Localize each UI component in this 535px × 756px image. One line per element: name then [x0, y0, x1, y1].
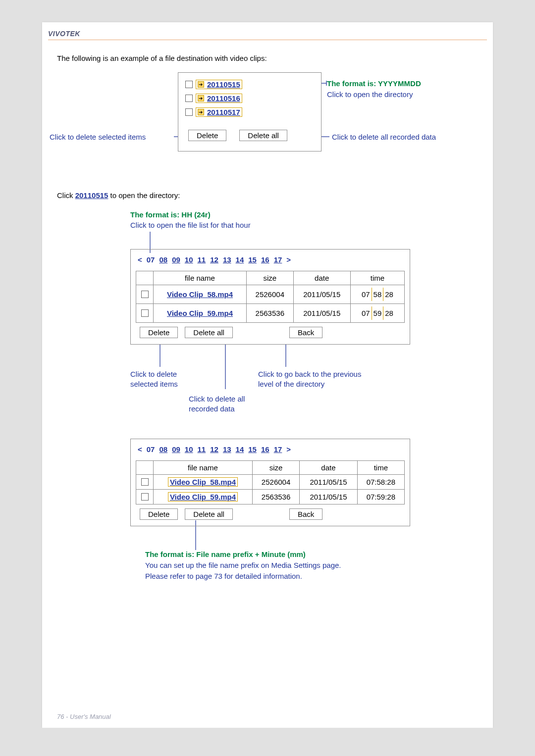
hour-link[interactable]: 17: [274, 445, 282, 454]
hour-link[interactable]: 09: [172, 445, 180, 454]
th-date: date: [293, 271, 350, 285]
dir-link[interactable]: 20110515: [207, 80, 240, 89]
checkbox[interactable]: [185, 81, 193, 88]
cell-time: 07 59 28: [350, 304, 404, 323]
text: Click: [57, 191, 75, 200]
cell-date: 2011/05/15: [293, 304, 350, 323]
hour-link[interactable]: 08: [159, 445, 167, 454]
delete-all-button[interactable]: Delete all: [185, 327, 233, 338]
fn-line1: You can set up the file name prefix on M…: [145, 561, 341, 569]
cell-size: 2526004: [247, 285, 293, 304]
cell-size: 2526004: [252, 475, 299, 490]
text: Click to go back to the previous: [258, 370, 361, 378]
cell-time: 07 58 28: [350, 285, 404, 304]
th-time: time: [350, 271, 404, 285]
checkbox[interactable]: [185, 108, 193, 116]
checkbox[interactable]: [141, 493, 149, 501]
hour-link[interactable]: 10: [185, 255, 193, 264]
directory-layout: 20110515 20110516 20110517: [57, 72, 478, 171]
table-header: file name size date time: [136, 461, 405, 475]
hour-link[interactable]: 13: [223, 445, 231, 454]
table-header: file name size date time: [136, 271, 405, 285]
file-link[interactable]: Video Clip_59.mp4: [170, 493, 236, 501]
next-hour[interactable]: >: [286, 445, 291, 454]
format-highlight: 20110517: [196, 107, 242, 117]
dir-row-3: 20110517: [185, 107, 314, 117]
time-hh: 07: [360, 306, 372, 320]
header-rule: [48, 40, 487, 40]
note-delete-all: Click to delete all recorded data: [189, 394, 245, 414]
hour-link[interactable]: 15: [248, 255, 257, 264]
time-mm-highlight: 58: [372, 288, 384, 301]
hour-link[interactable]: 17: [274, 255, 282, 264]
hour-link[interactable]: 11: [198, 255, 206, 264]
dir-row-1: 20110515: [185, 80, 314, 89]
dir-link[interactable]: 20110517: [207, 108, 240, 116]
page: VIVOTEK The following is an example of a…: [42, 22, 493, 728]
open-folder-icon[interactable]: [198, 81, 204, 88]
hours-nav: < 07 08 09 10 11 12 13 14 15 16 17 >: [136, 255, 405, 264]
hour-link[interactable]: 12: [210, 445, 218, 454]
open-folder-icon[interactable]: [198, 109, 204, 115]
hour-link[interactable]: 14: [236, 445, 244, 454]
directory-panel: 20110515 20110516 20110517: [178, 72, 321, 151]
hour-link[interactable]: 10: [185, 445, 193, 454]
file-link[interactable]: Video Clip_58.mp4: [170, 478, 236, 486]
cell-date: 2011/05/15: [300, 490, 357, 504]
hour-link[interactable]: 14: [236, 255, 244, 264]
click-open-line: Click 20110515 to open the directory:: [57, 191, 478, 200]
checkbox[interactable]: [141, 478, 149, 486]
checkbox[interactable]: [141, 291, 149, 298]
text: level of the directory: [258, 380, 324, 388]
hour-link[interactable]: 15: [248, 445, 257, 454]
hour-link[interactable]: 13: [223, 255, 231, 264]
hour-link[interactable]: 12: [210, 255, 218, 264]
file-table: file name size date time Video Clip_58.m…: [136, 460, 405, 504]
time-hh: 07: [360, 288, 372, 301]
file-table-panel-2: < 07 08 09 10 11 12 13 14 15 16 17 >: [130, 439, 410, 526]
delete-all-button[interactable]: Delete all: [239, 130, 287, 141]
th-size: size: [252, 461, 299, 475]
label-format-yyyymmdd: The format is: YYYYMMDD Click to open th…: [327, 78, 421, 100]
next-hour[interactable]: >: [286, 255, 291, 264]
cell-size: 2563536: [252, 490, 299, 504]
delete-button[interactable]: Delete: [188, 130, 226, 141]
cell-date: 2011/05/15: [300, 475, 357, 490]
cell-size: 2563536: [247, 304, 293, 323]
file-link[interactable]: Video Clip_58.mp4: [167, 290, 233, 299]
content: The following is an example of a file de…: [42, 54, 493, 581]
delete-button[interactable]: Delete: [140, 508, 178, 520]
format-sub: Click to open the directory: [327, 90, 413, 99]
hour-link[interactable]: 09: [172, 255, 180, 264]
cell-date: 2011/05/15: [293, 285, 350, 304]
file-table: file name size date time Video Clip_58.m…: [136, 271, 405, 323]
delete-button[interactable]: Delete: [140, 327, 178, 338]
th-time: time: [357, 461, 404, 475]
callout-notes: Click to delete selected items Click to …: [130, 354, 478, 414]
format-highlight: 20110516: [196, 94, 242, 103]
prev-hour[interactable]: <: [138, 445, 142, 454]
text: Click to delete all: [189, 395, 245, 403]
table-row: Video Clip_58.mp4 2526004 2011/05/15 07:…: [136, 475, 405, 490]
back-button[interactable]: Back: [289, 327, 322, 338]
page-footer: 76 - User's Manual: [57, 713, 111, 720]
hour-link[interactable]: 11: [198, 445, 206, 454]
open-folder-icon[interactable]: [198, 95, 204, 101]
delete-all-button[interactable]: Delete all: [185, 508, 233, 520]
prev-hour[interactable]: <: [138, 255, 142, 264]
fn-head: The format is: File name prefix + Minute…: [145, 550, 306, 558]
hh-head: The format is: HH (24r): [130, 209, 478, 220]
th-size: size: [247, 271, 293, 285]
back-button[interactable]: Back: [289, 508, 322, 520]
file-table-panel: < 07 08 09 10 11 12 13 14 15 16 17 >: [130, 249, 410, 345]
hour-link[interactable]: 16: [261, 445, 269, 454]
example-dir-link[interactable]: 20110515: [75, 191, 108, 200]
dir-link[interactable]: 20110516: [207, 94, 240, 102]
file-link[interactable]: Video Clip_59.mp4: [167, 309, 233, 317]
hh-sub: Click to open the file list for that hou…: [130, 221, 251, 229]
note-back: Click to go back to the previous level o…: [258, 369, 361, 390]
hour-link[interactable]: 08: [159, 255, 167, 264]
checkbox[interactable]: [141, 309, 149, 317]
checkbox[interactable]: [185, 95, 193, 102]
hour-link[interactable]: 16: [261, 255, 269, 264]
